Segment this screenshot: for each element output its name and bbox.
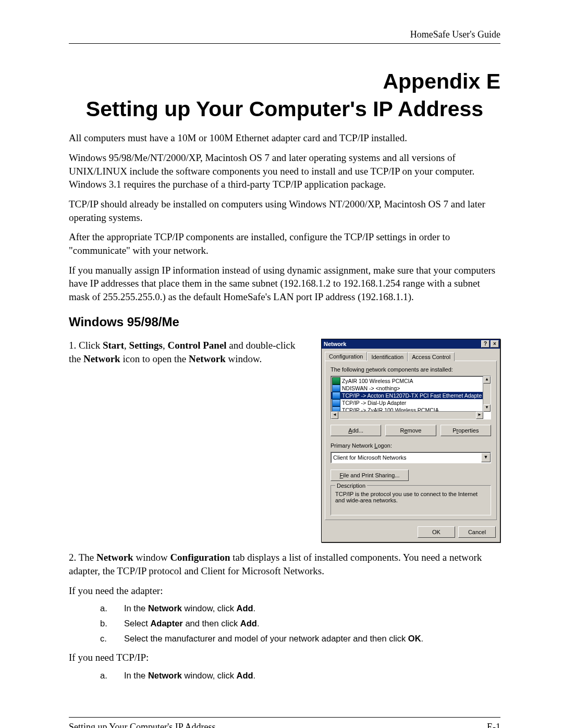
tab-panel: The following network components are ins… [325,361,497,520]
step-2-text: 2. The Network window Configuration tab … [69,551,500,577]
protocol-icon [332,399,340,406]
para: If you manually assign IP information in… [69,264,500,304]
scrollbar-vertical[interactable]: ▲ ▼ [483,376,491,412]
step-1: 1. Click Start, Settings, Control Panel … [69,339,500,542]
t: icon to open the [120,353,189,364]
t: Network [148,603,182,613]
t: In the [124,671,148,680]
t: Configuration [170,552,230,563]
t: In the [124,603,148,613]
tab-configuration[interactable]: Configuration [325,352,367,361]
dialog-title: Network [324,341,346,347]
t: Control Panel [167,340,226,351]
page: HomeSafe User's Guide Appendix E Setting… [0,0,563,728]
protocol-icon [332,385,340,392]
t: OK [408,634,421,643]
t: Network [83,353,120,364]
appendix-label: Appendix E [69,69,500,94]
list-item: a.In the Network window, click Add. [100,671,500,681]
footer-left: Setting up Your Computer's IP Address [69,722,216,728]
remove-button[interactable]: Remove [385,425,436,436]
scroll-right-icon[interactable]: ► [476,412,483,419]
t: Network [189,353,226,364]
t: Select [124,619,150,628]
t: . [257,619,260,628]
scrollbar-horizontal[interactable]: ◄ ► [331,411,483,419]
t: Start [103,340,124,351]
list-item[interactable]: NDISWAN -> <nothing> [331,385,491,392]
t: window. [226,353,262,364]
step-1-text: 1. Click Start, Settings, Control Panel … [69,339,309,365]
properties-button[interactable]: Properties [440,425,491,436]
adapter-steps: a.In the Network window, click Add. b.Se… [69,603,500,644]
t: 2. The [69,552,96,563]
need-adapter-label: If you need the adapter: [69,584,500,598]
t: , [124,340,129,351]
tcpip-steps: a.In the Network window, click Add. [69,671,500,681]
tab-bar: Configuration Identification Access Cont… [322,349,500,361]
list-item: c.Select the manufacturer and model of y… [100,634,500,644]
t: Network [148,671,182,680]
cancel-button[interactable]: Cancel [458,526,496,538]
scroll-left-icon[interactable]: ◄ [331,412,338,419]
need-tcpip-label: If you need TCP/IP: [69,651,500,664]
para: TCP/IP should already be installed on co… [69,198,500,224]
list-item: b.Select Adapter and then click Add. [100,619,500,628]
components-label: The following network components are ins… [331,366,491,373]
adapter-icon [332,377,340,385]
t: window, click [182,603,237,613]
logon-label: Primary Network Logon: [331,442,491,449]
close-button[interactable]: × [491,340,499,348]
t: Add [240,619,257,628]
para: All computers must have a 10M or 100M Et… [69,131,500,145]
t: Add [237,671,253,680]
list-item-label: ZyAIR 100 Wireless PCMCIA [342,378,413,384]
list-item-label: TCP/IP -> Accton EN1207D-TX PCI Fast Eth… [342,392,482,399]
t: . [253,603,256,613]
t: Settings [129,340,163,351]
description-text: TCP/IP is the protocol you use to connec… [335,491,486,503]
t: window, click [182,671,237,680]
list-item-label: TCP/IP -> Dial-Up Adapter [342,400,406,406]
t: Adapter [150,619,182,628]
t: 1. Click [69,340,103,351]
ok-button[interactable]: OK [418,526,455,538]
list-item-label: NDISWAN -> <nothing> [342,385,400,391]
t: and then click [183,619,240,628]
protocol-icon [332,392,340,399]
scroll-up-icon[interactable]: ▲ [483,376,491,384]
footer-right: E-1 [487,722,500,728]
t: . [253,671,256,680]
t: Select the manufacturer and model of you… [124,634,408,643]
scroll-down-icon[interactable]: ▼ [483,404,491,412]
list-item[interactable]: TCP/IP -> Dial-Up Adapter [331,399,491,406]
components-listbox[interactable]: ZyAIR 100 Wireless PCMCIA NDISWAN -> <no… [331,376,491,419]
tab-identification[interactable]: Identification [367,352,408,361]
network-dialog: Network ? × Configuration Identification… [321,339,500,542]
file-print-sharing-button[interactable]: File and Print Sharing... [331,470,409,481]
page-footer: Setting up Your Computer's IP Address E-… [69,717,500,728]
dialog-titlebar[interactable]: Network ? × [322,339,500,349]
t: . [421,634,424,643]
t: Network [96,552,133,563]
page-title: Setting up Your Computer's IP Address [69,96,500,122]
add-button[interactable]: Add... [331,425,381,436]
t: Add [237,603,253,613]
list-item[interactable]: ZyAIR 100 Wireless PCMCIA [331,377,491,385]
primary-logon-combo[interactable]: Client for Microsoft Networks ▼ [331,452,491,463]
t: window [133,552,170,563]
description-group: Description TCP/IP is the protocol you u… [331,485,491,515]
para: After the appropriate TCP/IP components … [69,230,500,257]
list-item: a.In the Network window, click Add. [100,603,500,613]
running-head: HomeSafe User's Guide [69,29,500,44]
chevron-down-icon[interactable]: ▼ [481,453,491,462]
description-legend: Description [335,483,367,489]
help-button[interactable]: ? [481,340,489,348]
section-heading: Windows 95/98/Me [69,315,500,329]
list-item[interactable]: TCP/IP -> Accton EN1207D-TX PCI Fast Eth… [331,392,491,399]
tab-access-control[interactable]: Access Control [408,352,455,361]
combo-value: Client for Microsoft Networks [333,454,407,461]
para: Windows 95/98/Me/NT/2000/XP, Macintosh O… [69,151,500,191]
